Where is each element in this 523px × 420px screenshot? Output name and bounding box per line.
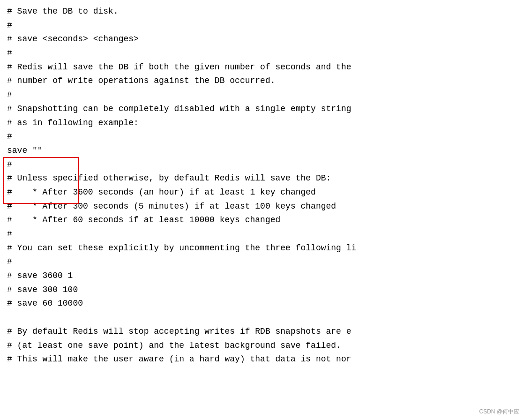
code-line: # save 60 10000 [7, 297, 516, 311]
code-line: # save <seconds> <changes> [7, 32, 516, 46]
code-line: # By default Redis will stop accepting w… [7, 325, 516, 339]
code-line: # [7, 46, 516, 60]
code-line: # (at least one save point) and the late… [7, 339, 516, 353]
code-line: # [7, 227, 516, 241]
code-line: # number of write operations against the… [7, 74, 516, 88]
code-container: # Save the DB to disk.## save <seconds> … [0, 0, 523, 420]
code-line: # [7, 158, 516, 172]
code-line: # save 300 100 [7, 283, 516, 297]
code-line: # * After 3600 seconds (an hour) if at l… [7, 186, 516, 200]
code-line: # [7, 255, 516, 269]
code-line: # Save the DB to disk. [7, 5, 516, 19]
code-line: # as in following example: [7, 116, 516, 130]
code-line: # [7, 130, 516, 144]
code-line: # Redis will save the DB if both the giv… [7, 60, 516, 75]
code-line [7, 311, 516, 325]
code-line: # * After 300 seconds (5 minutes) if at … [7, 200, 516, 214]
code-line: # Unless specified otherwise, by default… [7, 172, 516, 186]
watermark: CSDN @何中应 [479, 407, 519, 416]
code-line: # You can set these explicitly by uncomm… [7, 241, 516, 255]
code-line: # This will make the user aware (in a ha… [7, 352, 516, 367]
code-line: # [7, 19, 516, 33]
code-block: # Save the DB to disk.## save <seconds> … [7, 5, 516, 367]
code-line: # Snapshotting can be completely disable… [7, 102, 516, 116]
code-line: # save 3600 1 [7, 269, 516, 283]
code-line: save "" [7, 144, 516, 158]
code-line: # [7, 88, 516, 102]
code-line: # * After 60 seconds if at least 10000 k… [7, 213, 516, 227]
